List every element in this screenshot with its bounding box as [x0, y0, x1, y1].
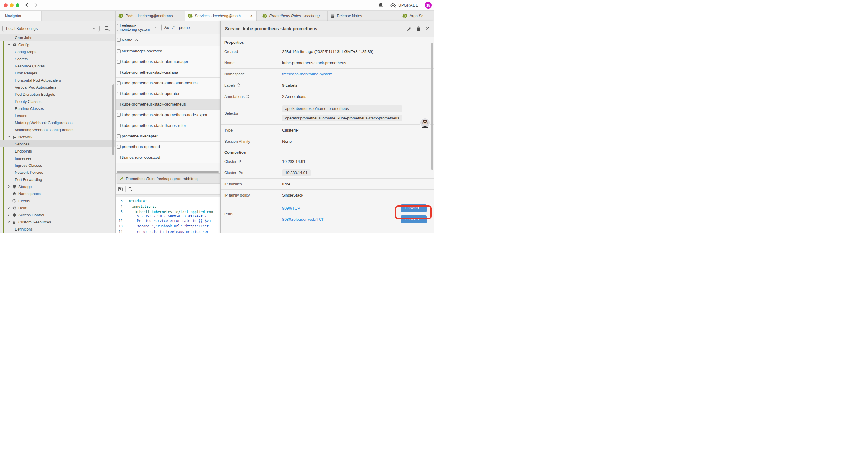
chevron-right-icon[interactable]	[7, 213, 10, 216]
sort-toggle-icon[interactable]	[246, 95, 249, 98]
table-row[interactable]: prometheus-operated	[116, 142, 220, 152]
sidebar-item-namespaces[interactable]: Namespaces	[0, 190, 115, 197]
delete-trash-icon[interactable]	[416, 26, 421, 31]
kubeconfig-select[interactable]: Local Kubeconfigs	[2, 25, 99, 32]
sidebar-item-ingresses[interactable]: Ingresses	[0, 154, 115, 162]
close-icon[interactable]	[425, 27, 430, 31]
table-row[interactable]: kube-prometheus-stack-kube-state-metrics	[116, 78, 220, 88]
sidebar-item-validating-webhook-configurations[interactable]: Validating Webhook Configurations	[0, 126, 115, 133]
zoom-window-button[interactable]	[16, 3, 20, 7]
sidebar-scrollbar[interactable]	[112, 84, 114, 155]
forward-arrow-button[interactable]	[32, 2, 38, 8]
row-checkbox[interactable]	[117, 124, 121, 127]
tab-services-icecheng-math-[interactable]: Services - icecheng@math...✕	[185, 11, 257, 21]
row-checkbox[interactable]	[117, 156, 121, 159]
namespace-select[interactable]: freeleaps-monitoring-system	[117, 24, 159, 31]
yaml-editor[interactable]: 3metadata:4annotations:5kubectl.kubernet…	[116, 198, 220, 233]
notifications-bell-icon[interactable]	[378, 2, 383, 8]
tab-pods-icecheng-mathmas-[interactable]: Pods - icecheng@mathmas...	[116, 11, 185, 21]
table-row[interactable]: kube-prometheus-stack-thanos-ruler	[116, 120, 220, 131]
tab-release-notes[interactable]: Release Notes	[328, 11, 399, 21]
horizontal-scrollbar[interactable]	[116, 171, 220, 174]
row-checkbox[interactable]	[117, 81, 121, 85]
sidebar-item-config[interactable]: Config	[0, 41, 115, 48]
regex-toggle[interactable]: .*	[172, 25, 175, 30]
user-avatar[interactable]	[420, 118, 430, 128]
tab-prometheus-rules-icecheng-[interactable]: Prometheus Rules - icecheng...	[259, 11, 328, 21]
sidebar-item-secrets[interactable]: Secrets	[0, 55, 115, 62]
table-row[interactable]: alertmanager-operated	[116, 46, 220, 56]
tab-label: Pods - icecheng@mathmas...	[126, 13, 176, 18]
sidebar-item-services[interactable]: Services	[0, 140, 115, 147]
sidebar-item-helm[interactable]: Helm	[0, 204, 115, 211]
sidebar-item-storage[interactable]: Storage	[0, 183, 115, 190]
sidebar-item-endpoints[interactable]: Endpoints	[0, 147, 115, 154]
notification-count-badge[interactable]: 15	[425, 2, 432, 8]
table-row[interactable]: prometheus-adapter	[116, 131, 220, 142]
namespace-link[interactable]: freeleaps-monitoring-system	[282, 72, 332, 76]
service-name: kube-prometheus-stack-thanos-ruler	[116, 123, 186, 128]
table-row[interactable]: thanos-ruler-operated	[116, 152, 220, 163]
dock-tab-prometheusrule[interactable]: PrometheusRule: freeleaps-prod-rabbitmq	[117, 174, 214, 183]
chevron-down-icon[interactable]	[7, 221, 10, 224]
close-window-button[interactable]	[4, 3, 8, 7]
dock-tab-next[interactable]	[214, 174, 220, 183]
row-checkbox[interactable]	[117, 92, 121, 95]
sidebar-item-pod-disruption-budgets[interactable]: Pod Disruption Budgets	[0, 91, 115, 98]
tab-label: Services - icecheng@math...	[195, 13, 244, 18]
chevron-right-icon[interactable]	[7, 206, 10, 209]
sidebar-item-access-control[interactable]: Access Control	[0, 211, 115, 218]
tab-argo-se[interactable]: Argo Se	[399, 11, 434, 21]
editor-line: 3metadata:	[116, 198, 220, 204]
row-checkbox[interactable]	[117, 49, 121, 53]
list-search-input[interactable]: Aa .* prome	[161, 24, 220, 31]
row-checkbox[interactable]	[117, 71, 121, 74]
table-row[interactable]: kube-prometheus-stack-alertmanager	[116, 56, 220, 67]
row-checkbox[interactable]	[117, 145, 121, 149]
sidebar-item-runtime-classes[interactable]: Runtime Classes	[0, 105, 115, 112]
sidebar-item-events[interactable]: Events	[0, 197, 115, 204]
editor-search-icon[interactable]	[128, 187, 133, 192]
sort-toggle-icon[interactable]	[237, 83, 240, 87]
port-link[interactable]: 8080:reloader-web/TCP	[282, 217, 401, 222]
sidebar-item-mutating-webhook-configurations[interactable]: Mutating Webhook Configurations	[0, 119, 115, 126]
sidebar-item-vertical-pod-autoscalers[interactable]: Vertical Pod Autoscalers	[0, 84, 115, 91]
sidebar-item-limit-ranges[interactable]: Limit Ranges	[0, 69, 115, 77]
upgrade-button[interactable]: UPGRADE	[390, 3, 418, 8]
sidebar-item-network-policies[interactable]: Network Policies	[0, 169, 115, 176]
sidebar-item-resource-quotas[interactable]: Resource Quotas	[0, 62, 115, 69]
minimize-window-button[interactable]	[10, 3, 13, 7]
sidebar-item-config-maps[interactable]: Config Maps	[0, 48, 115, 55]
chevron-right-icon[interactable]	[7, 185, 10, 188]
chevron-down-icon[interactable]	[7, 135, 10, 138]
chevron-down-icon[interactable]	[7, 43, 10, 46]
sidebar-item-horizontal-pod-autoscalers[interactable]: Horizontal Pod Autoscalers	[0, 77, 115, 84]
search-icon[interactable]	[104, 25, 110, 31]
sidebar-item-cron-jobs[interactable]: Cron Jobs	[0, 34, 115, 41]
table-row[interactable]: kube-prometheus-stack-grafana	[116, 67, 220, 78]
back-arrow-button[interactable]	[24, 2, 30, 8]
tab-close-icon[interactable]: ✕	[249, 14, 253, 18]
save-icon[interactable]	[118, 186, 123, 192]
horizontal-scrollbar-thumb[interactable]	[117, 171, 219, 173]
table-row[interactable]: kube-prometheus-stack-prometheus-node-ex…	[116, 110, 220, 120]
sidebar-item-leases[interactable]: Leases	[0, 112, 115, 119]
sidebar-item-network[interactable]: Network	[0, 133, 115, 140]
sidebar-item-priority-classes[interactable]: Priority Classes	[0, 98, 115, 105]
edit-pencil-icon[interactable]	[407, 26, 412, 31]
sidebar-item-port-forwarding[interactable]: Port Forwarding	[0, 176, 115, 183]
row-checkbox[interactable]	[117, 135, 121, 138]
match-case-toggle[interactable]: Aa	[164, 25, 169, 30]
sidebar-item-definitions[interactable]: Definitions	[0, 226, 115, 233]
navigator-panel-tab[interactable]: Navigator	[0, 11, 42, 21]
table-row[interactable]: kube-prometheus-stack-operator	[116, 88, 220, 99]
name-column-header[interactable]: Name	[122, 34, 138, 46]
row-checkbox[interactable]	[117, 103, 121, 106]
row-checkbox[interactable]	[117, 60, 121, 63]
drawer-scrollbar[interactable]	[431, 43, 433, 170]
row-checkbox[interactable]	[117, 113, 121, 117]
sidebar-item-custom-resources[interactable]: Custom Resources	[0, 218, 115, 226]
table-row[interactable]: kube-prometheus-stack-prometheus	[116, 99, 220, 110]
port-link[interactable]: 9090/TCP	[282, 206, 401, 210]
sidebar-item-ingress-classes[interactable]: Ingress Classes	[0, 162, 115, 169]
